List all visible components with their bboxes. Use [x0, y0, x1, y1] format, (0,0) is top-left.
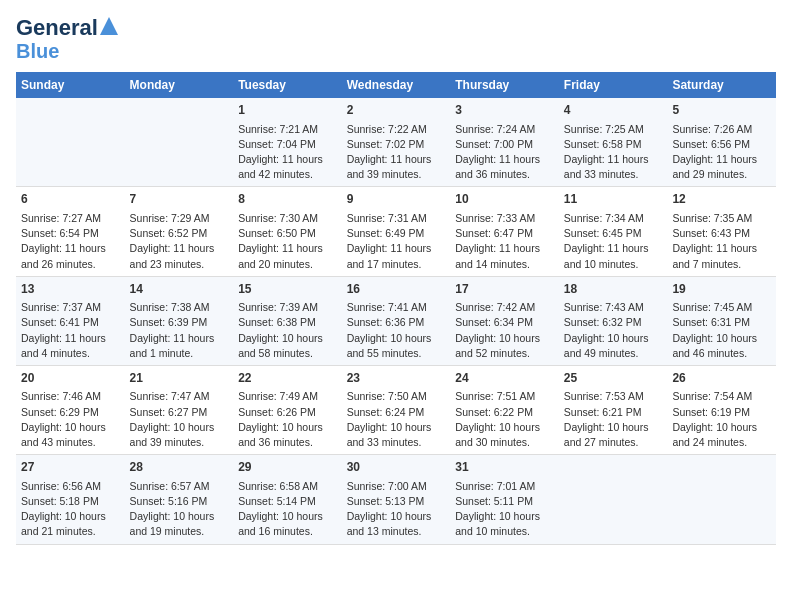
day-cell: 16Sunrise: 7:41 AMSunset: 6:36 PMDayligh… — [342, 276, 451, 365]
day-cell: 21Sunrise: 7:47 AMSunset: 6:27 PMDayligh… — [125, 365, 234, 454]
day-number: 29 — [238, 459, 337, 476]
day-cell: 31Sunrise: 7:01 AMSunset: 5:11 PMDayligh… — [450, 455, 559, 544]
day-info: Sunrise: 7:49 AMSunset: 6:26 PMDaylight:… — [238, 389, 337, 450]
day-cell: 28Sunrise: 6:57 AMSunset: 5:16 PMDayligh… — [125, 455, 234, 544]
day-info: Sunrise: 7:00 AMSunset: 5:13 PMDaylight:… — [347, 479, 446, 540]
day-number: 12 — [672, 191, 771, 208]
header-row: SundayMondayTuesdayWednesdayThursdayFrid… — [16, 72, 776, 98]
day-info: Sunrise: 7:51 AMSunset: 6:22 PMDaylight:… — [455, 389, 554, 450]
day-number: 31 — [455, 459, 554, 476]
header-monday: Monday — [125, 72, 234, 98]
day-number: 10 — [455, 191, 554, 208]
day-cell: 10Sunrise: 7:33 AMSunset: 6:47 PMDayligh… — [450, 187, 559, 276]
day-info: Sunrise: 7:33 AMSunset: 6:47 PMDaylight:… — [455, 211, 554, 272]
day-cell: 24Sunrise: 7:51 AMSunset: 6:22 PMDayligh… — [450, 365, 559, 454]
day-info: Sunrise: 7:42 AMSunset: 6:34 PMDaylight:… — [455, 300, 554, 361]
logo-icon — [100, 17, 118, 35]
day-number: 27 — [21, 459, 120, 476]
week-row-4: 20Sunrise: 7:46 AMSunset: 6:29 PMDayligh… — [16, 365, 776, 454]
week-row-1: 1Sunrise: 7:21 AMSunset: 7:04 PMDaylight… — [16, 98, 776, 187]
day-cell: 6Sunrise: 7:27 AMSunset: 6:54 PMDaylight… — [16, 187, 125, 276]
day-info: Sunrise: 7:35 AMSunset: 6:43 PMDaylight:… — [672, 211, 771, 272]
svg-marker-0 — [100, 17, 118, 35]
calendar-table: SundayMondayTuesdayWednesdayThursdayFrid… — [16, 72, 776, 544]
day-info: Sunrise: 7:43 AMSunset: 6:32 PMDaylight:… — [564, 300, 663, 361]
day-cell: 2Sunrise: 7:22 AMSunset: 7:02 PMDaylight… — [342, 98, 451, 187]
day-cell — [125, 98, 234, 187]
day-number: 8 — [238, 191, 337, 208]
day-cell — [559, 455, 668, 544]
day-info: Sunrise: 7:39 AMSunset: 6:38 PMDaylight:… — [238, 300, 337, 361]
day-cell: 30Sunrise: 7:00 AMSunset: 5:13 PMDayligh… — [342, 455, 451, 544]
week-row-3: 13Sunrise: 7:37 AMSunset: 6:41 PMDayligh… — [16, 276, 776, 365]
logo: General Blue — [16, 16, 118, 62]
day-cell: 26Sunrise: 7:54 AMSunset: 6:19 PMDayligh… — [667, 365, 776, 454]
logo-text-general: General — [16, 16, 98, 40]
day-info: Sunrise: 7:54 AMSunset: 6:19 PMDaylight:… — [672, 389, 771, 450]
day-number: 15 — [238, 281, 337, 298]
day-info: Sunrise: 7:41 AMSunset: 6:36 PMDaylight:… — [347, 300, 446, 361]
day-number: 9 — [347, 191, 446, 208]
day-info: Sunrise: 6:58 AMSunset: 5:14 PMDaylight:… — [238, 479, 337, 540]
day-cell: 13Sunrise: 7:37 AMSunset: 6:41 PMDayligh… — [16, 276, 125, 365]
page-header: General Blue — [16, 16, 776, 62]
day-info: Sunrise: 7:38 AMSunset: 6:39 PMDaylight:… — [130, 300, 229, 361]
day-cell: 25Sunrise: 7:53 AMSunset: 6:21 PMDayligh… — [559, 365, 668, 454]
day-info: Sunrise: 7:37 AMSunset: 6:41 PMDaylight:… — [21, 300, 120, 361]
header-thursday: Thursday — [450, 72, 559, 98]
day-number: 1 — [238, 102, 337, 119]
day-number: 18 — [564, 281, 663, 298]
day-number: 14 — [130, 281, 229, 298]
day-info: Sunrise: 7:30 AMSunset: 6:50 PMDaylight:… — [238, 211, 337, 272]
day-info: Sunrise: 7:25 AMSunset: 6:58 PMDaylight:… — [564, 122, 663, 183]
day-number: 17 — [455, 281, 554, 298]
day-number: 28 — [130, 459, 229, 476]
header-saturday: Saturday — [667, 72, 776, 98]
day-cell: 23Sunrise: 7:50 AMSunset: 6:24 PMDayligh… — [342, 365, 451, 454]
header-friday: Friday — [559, 72, 668, 98]
day-number: 22 — [238, 370, 337, 387]
day-cell: 29Sunrise: 6:58 AMSunset: 5:14 PMDayligh… — [233, 455, 342, 544]
day-number: 21 — [130, 370, 229, 387]
day-cell: 27Sunrise: 6:56 AMSunset: 5:18 PMDayligh… — [16, 455, 125, 544]
header-wednesday: Wednesday — [342, 72, 451, 98]
day-info: Sunrise: 7:53 AMSunset: 6:21 PMDaylight:… — [564, 389, 663, 450]
day-info: Sunrise: 7:34 AMSunset: 6:45 PMDaylight:… — [564, 211, 663, 272]
day-cell: 1Sunrise: 7:21 AMSunset: 7:04 PMDaylight… — [233, 98, 342, 187]
day-cell: 17Sunrise: 7:42 AMSunset: 6:34 PMDayligh… — [450, 276, 559, 365]
day-number: 6 — [21, 191, 120, 208]
day-number: 24 — [455, 370, 554, 387]
day-number: 3 — [455, 102, 554, 119]
day-number: 4 — [564, 102, 663, 119]
day-number: 30 — [347, 459, 446, 476]
day-cell: 7Sunrise: 7:29 AMSunset: 6:52 PMDaylight… — [125, 187, 234, 276]
day-cell: 15Sunrise: 7:39 AMSunset: 6:38 PMDayligh… — [233, 276, 342, 365]
day-cell: 8Sunrise: 7:30 AMSunset: 6:50 PMDaylight… — [233, 187, 342, 276]
day-info: Sunrise: 7:31 AMSunset: 6:49 PMDaylight:… — [347, 211, 446, 272]
week-row-5: 27Sunrise: 6:56 AMSunset: 5:18 PMDayligh… — [16, 455, 776, 544]
day-number: 11 — [564, 191, 663, 208]
day-info: Sunrise: 7:01 AMSunset: 5:11 PMDaylight:… — [455, 479, 554, 540]
day-cell: 22Sunrise: 7:49 AMSunset: 6:26 PMDayligh… — [233, 365, 342, 454]
day-cell: 3Sunrise: 7:24 AMSunset: 7:00 PMDaylight… — [450, 98, 559, 187]
day-info: Sunrise: 7:45 AMSunset: 6:31 PMDaylight:… — [672, 300, 771, 361]
day-info: Sunrise: 7:29 AMSunset: 6:52 PMDaylight:… — [130, 211, 229, 272]
day-number: 19 — [672, 281, 771, 298]
day-cell — [16, 98, 125, 187]
day-cell: 9Sunrise: 7:31 AMSunset: 6:49 PMDaylight… — [342, 187, 451, 276]
day-info: Sunrise: 7:26 AMSunset: 6:56 PMDaylight:… — [672, 122, 771, 183]
day-number: 13 — [21, 281, 120, 298]
header-tuesday: Tuesday — [233, 72, 342, 98]
day-number: 16 — [347, 281, 446, 298]
day-cell: 4Sunrise: 7:25 AMSunset: 6:58 PMDaylight… — [559, 98, 668, 187]
day-number: 7 — [130, 191, 229, 208]
header-sunday: Sunday — [16, 72, 125, 98]
day-info: Sunrise: 7:27 AMSunset: 6:54 PMDaylight:… — [21, 211, 120, 272]
day-cell — [667, 455, 776, 544]
day-cell: 18Sunrise: 7:43 AMSunset: 6:32 PMDayligh… — [559, 276, 668, 365]
day-info: Sunrise: 7:50 AMSunset: 6:24 PMDaylight:… — [347, 389, 446, 450]
day-cell: 12Sunrise: 7:35 AMSunset: 6:43 PMDayligh… — [667, 187, 776, 276]
day-number: 26 — [672, 370, 771, 387]
day-info: Sunrise: 6:56 AMSunset: 5:18 PMDaylight:… — [21, 479, 120, 540]
day-cell: 20Sunrise: 7:46 AMSunset: 6:29 PMDayligh… — [16, 365, 125, 454]
